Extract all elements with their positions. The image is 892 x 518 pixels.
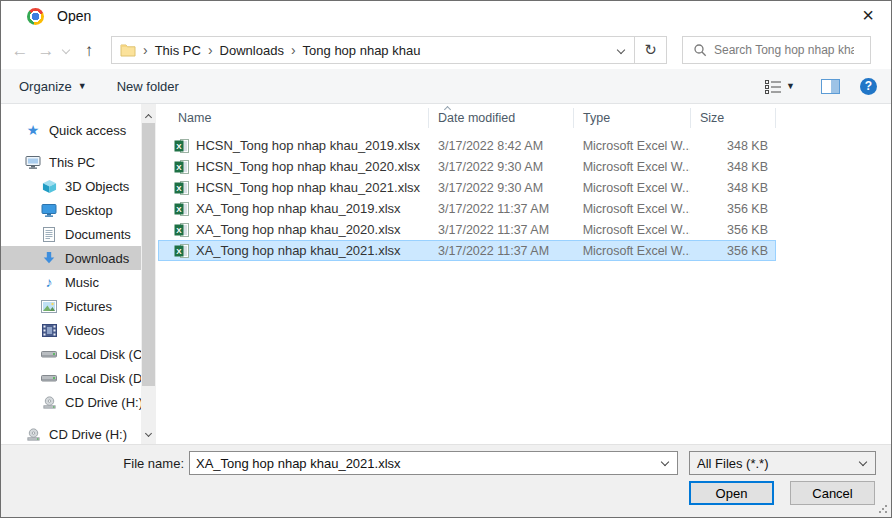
scrollbar-thumb[interactable]	[142, 123, 155, 386]
file-list: Name Date modified Type Size XHCSN_Tong …	[156, 104, 891, 444]
breadcrumb-chevron-icon[interactable]: ›	[284, 42, 303, 58]
navigation-bar: ← → ↑ › This PC › Downloads › Tong hop n…	[1, 31, 891, 69]
file-name-input[interactable]	[190, 456, 653, 471]
drive-icon	[41, 370, 57, 386]
chevron-down-icon: ▼	[786, 81, 795, 91]
file-name: XA_Tong hop nhap khau_2019.xlsx	[196, 201, 401, 216]
file-rows: XHCSN_Tong hop nhap khau_2019.xlsx 3/17/…	[156, 135, 891, 261]
file-size: 348 KB	[690, 160, 775, 174]
forward-button[interactable]: →	[33, 42, 59, 59]
column-header-type[interactable]: Type	[574, 108, 691, 128]
file-size: 348 KB	[690, 181, 775, 195]
search-input[interactable]	[714, 43, 854, 57]
sidebar-item-documents[interactable]: Documents	[1, 222, 141, 246]
command-toolbar: Organize ▼ New folder ▼	[1, 69, 891, 104]
breadcrumb-item-downloads[interactable]: Downloads	[220, 43, 284, 58]
sidebar-item-this-pc[interactable]: This PC	[1, 150, 141, 174]
file-type: Microsoft Excel W...	[574, 160, 691, 174]
scroll-up-icon[interactable]	[141, 108, 156, 123]
sidebar-item-downloads[interactable]: Downloads	[1, 246, 141, 270]
svg-text:X: X	[176, 246, 182, 255]
file-type-select[interactable]: All Files (*.*)	[689, 451, 876, 475]
sidebar-item-cd-drive-h-root[interactable]: CD Drive (H:)	[1, 422, 141, 444]
history-dropdown-icon[interactable]	[59, 47, 73, 53]
excel-file-icon: X	[174, 222, 190, 238]
sidebar-item-label: Desktop	[65, 203, 113, 218]
excel-file-icon: X	[174, 243, 190, 259]
file-size: 356 KB	[690, 202, 775, 216]
breadcrumb-chevron-icon[interactable]: ›	[201, 42, 220, 58]
column-headers: Name Date modified Type Size	[156, 104, 891, 132]
chevron-down-icon: ▼	[78, 81, 87, 91]
file-type: Microsoft Excel W...	[574, 139, 691, 153]
file-date: 3/17/2022 9:30 AM	[429, 160, 574, 174]
up-button[interactable]: ↑	[77, 42, 101, 59]
sidebar-item-3d-objects[interactable]: 3D Objects	[1, 174, 141, 198]
file-size: 356 KB	[690, 223, 775, 237]
sidebar-item-desktop[interactable]: Desktop	[1, 198, 141, 222]
open-button[interactable]: Open	[689, 481, 774, 505]
sidebar-item-label: CD Drive (H:)	[65, 395, 141, 410]
sidebar-item-music[interactable]: ♪ Music	[1, 270, 141, 294]
close-icon[interactable]: ×	[851, 1, 885, 29]
document-icon	[41, 226, 57, 242]
picture-icon	[41, 298, 57, 314]
sidebar-item-cd-drive-h[interactable]: CD Drive (H:)	[1, 390, 141, 414]
table-row[interactable]: XHCSN_Tong hop nhap khau_2019.xlsx 3/17/…	[158, 135, 776, 156]
file-name-combo	[189, 451, 678, 475]
new-folder-button[interactable]: New folder	[117, 79, 179, 94]
chevron-down-icon[interactable]	[653, 459, 677, 467]
sidebar-item-local-disk-c[interactable]: Local Disk (C:)	[1, 342, 141, 366]
column-header-name[interactable]: Name	[156, 108, 429, 128]
file-date: 3/17/2022 11:37 AM	[429, 244, 574, 258]
preview-pane-icon[interactable]	[821, 79, 840, 94]
help-icon[interactable]: ?	[860, 78, 877, 95]
back-button[interactable]: ←	[7, 42, 33, 59]
sidebar-item-pictures[interactable]: Pictures	[1, 294, 141, 318]
sidebar-item-videos[interactable]: Videos	[1, 318, 141, 342]
folder-icon	[120, 43, 136, 57]
sidebar-item-local-disk-d[interactable]: Local Disk (D:)	[1, 366, 141, 390]
star-icon: ★	[25, 122, 41, 138]
svg-text:X: X	[176, 204, 182, 213]
sidebar-item-label: Downloads	[65, 251, 129, 266]
resize-grip[interactable]	[878, 504, 888, 514]
search-box	[682, 36, 871, 64]
file-date: 3/17/2022 9:30 AM	[429, 181, 574, 195]
cube-icon	[41, 178, 57, 194]
breadcrumb-item-current-folder[interactable]: Tong hop nhap khau	[303, 43, 421, 58]
cd-drive-icon	[25, 426, 41, 442]
file-name: HCSN_Tong hop nhap khau_2021.xlsx	[196, 180, 420, 195]
sidebar-item-quick-access[interactable]: ★ Quick access	[1, 118, 141, 142]
file-date: 3/17/2022 11:37 AM	[429, 202, 574, 216]
breadcrumb: › This PC › Downloads › Tong hop nhap kh…	[111, 36, 667, 64]
table-row[interactable]: XHCSN_Tong hop nhap khau_2021.xlsx 3/17/…	[158, 177, 776, 198]
sidebar-item-label: Pictures	[65, 299, 112, 314]
navigation-pane: ★ Quick access This PC	[1, 104, 141, 444]
svg-text:X: X	[176, 183, 182, 192]
breadcrumb-chevron-icon[interactable]: ›	[136, 42, 155, 58]
sidebar-item-label: 3D Objects	[65, 179, 129, 194]
sidebar-item-label: This PC	[49, 155, 95, 170]
cancel-button[interactable]: Cancel	[790, 481, 875, 505]
breadcrumb-item-this-pc[interactable]: This PC	[155, 43, 201, 58]
sidebar-item-label: Videos	[65, 323, 105, 338]
file-name: XA_Tong hop nhap khau_2021.xlsx	[196, 243, 401, 258]
table-row[interactable]: XHCSN_Tong hop nhap khau_2020.xlsx 3/17/…	[158, 156, 776, 177]
dialog-title: Open	[57, 8, 91, 24]
column-header-size[interactable]: Size	[691, 108, 776, 128]
table-row-selected[interactable]: XXA_Tong hop nhap khau_2021.xlsx 3/17/20…	[158, 240, 776, 261]
view-mode-button[interactable]: ▼	[764, 79, 795, 94]
refresh-icon[interactable]: ↻	[635, 41, 666, 59]
file-date: 3/17/2022 8:42 AM	[429, 139, 574, 153]
sidebar-scrollbar[interactable]	[141, 104, 156, 444]
svg-text:X: X	[176, 162, 182, 171]
table-row[interactable]: XXA_Tong hop nhap khau_2020.xlsx 3/17/20…	[158, 219, 776, 240]
scroll-down-icon[interactable]	[141, 427, 156, 442]
file-type: Microsoft Excel W...	[574, 223, 691, 237]
excel-file-icon: X	[174, 201, 190, 217]
organize-button[interactable]: Organize ▼	[19, 79, 87, 94]
desktop-icon	[41, 202, 57, 218]
address-dropdown-icon[interactable]	[608, 47, 634, 53]
table-row[interactable]: XXA_Tong hop nhap khau_2019.xlsx 3/17/20…	[158, 198, 776, 219]
